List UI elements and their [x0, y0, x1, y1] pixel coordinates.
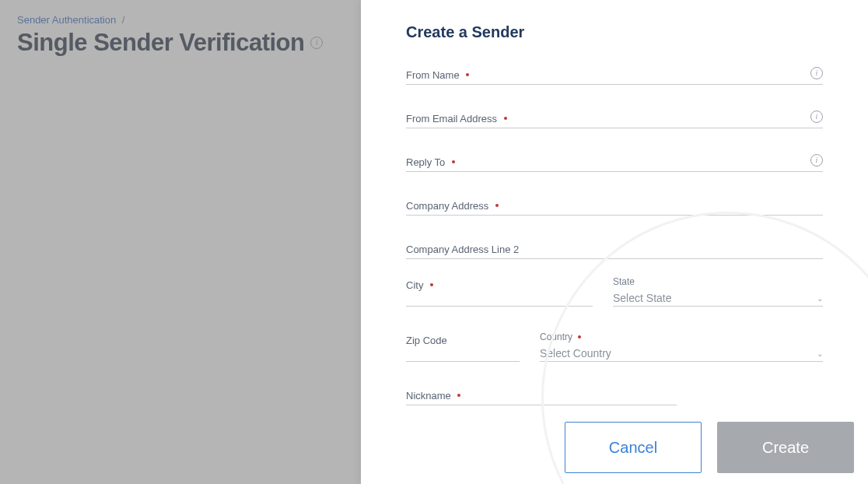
nickname-field[interactable]: Nickname: [406, 388, 677, 405]
state-placeholder: Select State: [613, 292, 672, 304]
cancel-button[interactable]: Cancel: [565, 422, 702, 473]
required-indicator: [430, 283, 433, 286]
required-indicator: [457, 394, 460, 397]
panel-title: Create a Sender: [406, 23, 823, 41]
country-select[interactable]: Country Select Country ⌄: [540, 333, 823, 362]
from-email-field[interactable]: From Email Address i: [406, 111, 823, 128]
company-address2-label: Company Address Line 2: [406, 244, 519, 255]
company-address2-field[interactable]: Company Address Line 2: [406, 242, 823, 259]
chevron-down-icon: ⌄: [817, 294, 823, 303]
required-indicator: [578, 335, 581, 338]
required-indicator: [504, 117, 507, 120]
reply-to-label: Reply To: [406, 156, 445, 168]
button-row: Cancel Create: [565, 422, 854, 473]
info-icon[interactable]: i: [810, 154, 823, 167]
state-select[interactable]: State Select State ⌄: [613, 278, 823, 307]
required-indicator: [452, 160, 455, 163]
country-label: Country: [540, 331, 572, 342]
city-label: City: [406, 279, 423, 291]
country-placeholder: Select Country: [540, 347, 611, 359]
create-sender-panel: Create a Sender From Name i From Email A…: [361, 0, 868, 484]
from-name-label: From Name: [406, 69, 460, 81]
from-name-field[interactable]: From Name i: [406, 68, 823, 85]
zip-field[interactable]: Zip Code: [406, 333, 520, 362]
reply-to-field[interactable]: Reply To i: [406, 155, 823, 172]
zip-label: Zip Code: [406, 335, 447, 346]
city-field[interactable]: City: [406, 278, 593, 307]
chevron-down-icon: ⌄: [817, 349, 823, 358]
company-address-label: Company Address: [406, 200, 488, 212]
info-icon[interactable]: i: [810, 67, 823, 79]
state-label: State: [613, 276, 635, 287]
company-address-field[interactable]: Company Address: [406, 198, 823, 216]
required-indicator: [495, 204, 499, 207]
info-icon[interactable]: i: [810, 110, 823, 123]
create-button[interactable]: Create: [717, 422, 854, 473]
from-email-label: From Email Address: [406, 113, 497, 125]
nickname-label: Nickname: [406, 390, 451, 402]
required-indicator: [466, 73, 469, 76]
